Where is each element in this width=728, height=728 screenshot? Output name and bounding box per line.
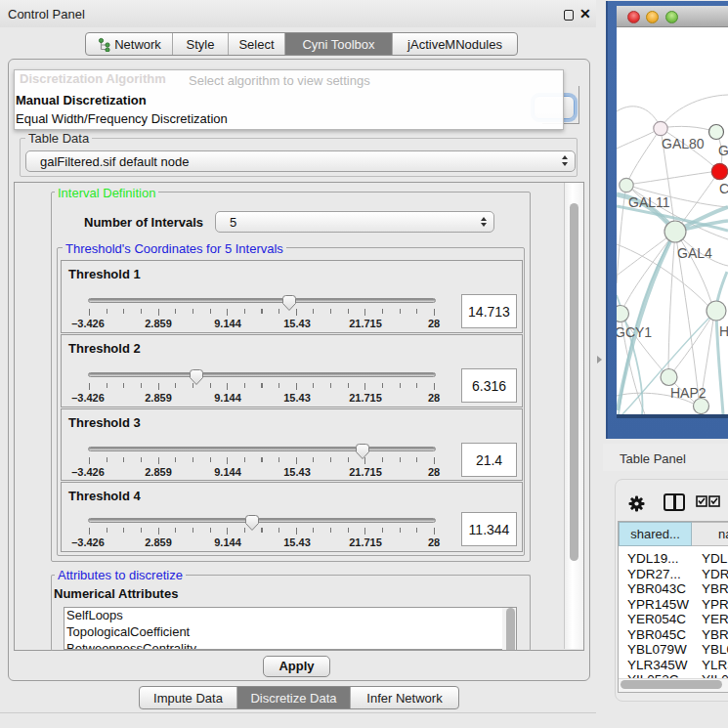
svg-text:GCY1: GCY1 [617, 324, 652, 340]
svg-text:GAL80: GAL80 [662, 136, 705, 151]
svg-text:GAL4: GAL4 [677, 245, 712, 261]
svg-text:HAP2: HAP2 [670, 385, 707, 401]
svg-text:G.: G. [718, 143, 728, 158]
svg-text:GAL11: GAL11 [628, 194, 670, 210]
svg-text:H: H [719, 323, 728, 339]
svg-text:C: C [719, 181, 728, 196]
